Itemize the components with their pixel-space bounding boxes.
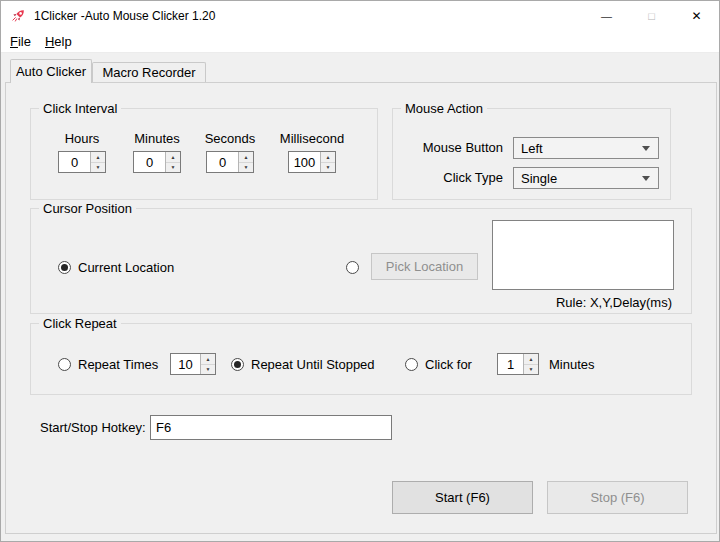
millisecond-input[interactable] — [289, 152, 320, 172]
spin-down-icon[interactable]: ▼ — [239, 163, 253, 173]
close-icon: ✕ — [691, 9, 701, 23]
current-location-label: Current Location — [78, 260, 174, 275]
seconds-input[interactable] — [207, 152, 238, 172]
chevron-down-icon — [642, 146, 650, 151]
mouse-button-dropdown[interactable]: Left — [513, 137, 659, 159]
minutes-unit-label: Minutes — [549, 357, 595, 372]
click-repeat-group: Click Repeat Repeat Times ▲ ▼ Repeat Unt… — [30, 323, 692, 395]
minimize-button[interactable]: — — [584, 1, 629, 31]
group-title: Cursor Position — [39, 201, 136, 216]
hours-input[interactable] — [59, 152, 90, 172]
pick-location-button[interactable]: Pick Location — [371, 253, 478, 280]
chevron-down-icon — [642, 176, 650, 181]
app-window: 1Clicker -Auto Mouse Clicker 1.20 — □ ✕ … — [0, 0, 720, 542]
window-title: 1Clicker -Auto Mouse Clicker 1.20 — [34, 9, 215, 23]
radio-unchecked-icon — [405, 358, 418, 371]
click-for-radio[interactable]: Click for — [405, 357, 472, 371]
menu-item-file[interactable]: File — [3, 31, 38, 53]
millisecond-column: Millisecond ▲ ▼ — [276, 131, 348, 173]
spin-up-icon[interactable]: ▲ — [239, 152, 253, 163]
click-type-label: Click Type — [393, 170, 503, 185]
click-for-label: Click for — [425, 357, 472, 372]
mouse-button-value: Left — [521, 141, 642, 156]
menu-item-help[interactable]: Help — [38, 31, 79, 53]
click-interval-group: Click Interval Hours ▲ ▼ Minutes ▲ — [30, 108, 378, 200]
spin-down-icon[interactable]: ▼ — [166, 163, 180, 173]
repeat-times-input[interactable] — [171, 354, 200, 374]
minimize-icon: — — [601, 10, 612, 22]
click-type-dropdown[interactable]: Single — [513, 167, 659, 189]
click-for-minutes-spinner[interactable]: ▲ ▼ — [497, 353, 539, 375]
click-for-minutes-input[interactable] — [498, 354, 523, 374]
click-type-value: Single — [521, 171, 642, 186]
spin-down-icon[interactable]: ▼ — [201, 365, 215, 375]
radio-checked-icon — [231, 358, 244, 371]
spin-up-icon[interactable]: ▲ — [201, 354, 215, 365]
mouse-action-group: Mouse Action Mouse Button Left Click Typ… — [392, 108, 671, 200]
repeat-until-stopped-label: Repeat Until Stopped — [251, 357, 375, 372]
maximize-icon: □ — [648, 10, 655, 22]
maximize-button[interactable]: □ — [629, 1, 674, 31]
spin-down-icon[interactable]: ▼ — [91, 163, 105, 173]
spin-up-icon[interactable]: ▲ — [91, 152, 105, 163]
repeat-times-spinner[interactable]: ▲ ▼ — [170, 353, 216, 375]
radio-unchecked-icon — [346, 261, 359, 274]
mouse-button-label: Mouse Button — [393, 140, 503, 155]
click-rules-listbox[interactable] — [492, 220, 674, 290]
rule-format-hint: Rule: X,Y,Delay(ms) — [556, 295, 672, 310]
group-title: Click Repeat — [39, 316, 121, 331]
spin-up-icon[interactable]: ▲ — [524, 354, 538, 365]
spin-up-icon[interactable]: ▲ — [321, 152, 335, 163]
pick-location-radio[interactable] — [346, 260, 359, 274]
spin-down-icon[interactable]: ▼ — [524, 365, 538, 375]
title-bar: 1Clicker -Auto Mouse Clicker 1.20 — □ ✕ — [1, 1, 719, 31]
repeat-until-stopped-radio[interactable]: Repeat Until Stopped — [231, 357, 375, 371]
spin-down-icon[interactable]: ▼ — [321, 163, 335, 173]
seconds-spinner[interactable]: ▲ ▼ — [206, 151, 254, 173]
cursor-position-group: Cursor Position Current Location Pick Lo… — [30, 208, 692, 314]
stop-button[interactable]: Stop (F6) — [547, 481, 688, 514]
group-title: Click Interval — [39, 101, 121, 116]
millisecond-label: Millisecond — [276, 131, 348, 146]
group-title: Mouse Action — [401, 101, 487, 116]
tab-macro-recorder[interactable]: Macro Recorder — [92, 62, 206, 82]
close-button[interactable]: ✕ — [674, 1, 719, 31]
start-button[interactable]: Start (F6) — [392, 481, 533, 514]
menu-bar: File Help — [1, 31, 719, 53]
minutes-label: Minutes — [121, 131, 193, 146]
hotkey-label: Start/Stop Hotkey: — [40, 420, 146, 435]
hours-spinner[interactable]: ▲ ▼ — [58, 151, 106, 173]
window-controls: — □ ✕ — [584, 1, 719, 31]
hotkey-input[interactable] — [150, 415, 392, 440]
millisecond-spinner[interactable]: ▲ ▼ — [288, 151, 336, 173]
hours-label: Hours — [46, 131, 118, 146]
minutes-input[interactable] — [134, 152, 165, 172]
rocket-app-icon — [10, 8, 26, 24]
radio-checked-icon — [58, 261, 71, 274]
seconds-column: Seconds ▲ ▼ — [194, 131, 266, 173]
repeat-times-label: Repeat Times — [78, 357, 158, 372]
repeat-times-radio[interactable]: Repeat Times — [58, 357, 158, 371]
minutes-spinner[interactable]: ▲ ▼ — [133, 151, 181, 173]
minutes-column: Minutes ▲ ▼ — [121, 131, 193, 173]
radio-unchecked-icon — [58, 358, 71, 371]
tab-auto-clicker[interactable]: Auto Clicker — [10, 59, 92, 83]
seconds-label: Seconds — [194, 131, 266, 146]
spin-up-icon[interactable]: ▲ — [166, 152, 180, 163]
auto-clicker-panel: Click Interval Hours ▲ ▼ Minutes ▲ — [5, 82, 717, 534]
current-location-radio[interactable]: Current Location — [58, 260, 174, 274]
hours-column: Hours ▲ ▼ — [46, 131, 118, 173]
